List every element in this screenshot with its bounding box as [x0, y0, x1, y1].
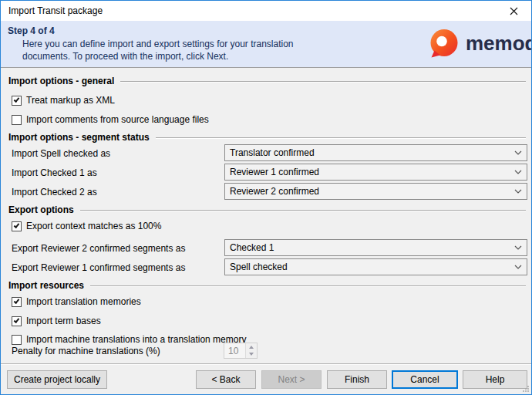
section-import-general: Import options - general [8, 76, 526, 86]
checkmark-icon [14, 222, 20, 228]
close-icon [510, 7, 518, 15]
penalty-value: 10 [224, 343, 245, 358]
combo-import-spell-checked[interactable]: Translator confirmed [224, 144, 527, 161]
section-export-options: Export options [8, 204, 526, 215]
checkmark-icon [14, 298, 20, 304]
section-title: Export options [8, 204, 80, 215]
section-title: Import resources [8, 280, 90, 291]
combo-export-reviewer1[interactable]: Spell checked [224, 258, 527, 275]
checkmark-icon [14, 96, 20, 103]
step-description: Here you can define import and export se… [22, 38, 294, 62]
wizard-header: Step 4 of 4 Here you can define import a… [1, 21, 531, 68]
spinner-buttons [245, 343, 257, 358]
bottom-divider [1, 363, 531, 365]
label-penalty-machine-translations: Penalty for machine translations (%) [12, 346, 160, 356]
checkbox-box[interactable] [12, 335, 22, 345]
section-divider [120, 81, 526, 83]
section-title: Import options - general [8, 76, 120, 86]
spinner-up-icon [246, 343, 257, 351]
combo-value: Spell checked [230, 262, 510, 272]
combo-export-reviewer2[interactable]: Checked 1 [224, 239, 527, 256]
step-description-line2: documents. To proceed with the import, c… [22, 50, 294, 62]
checkbox-label: Import comments from source language fil… [26, 114, 209, 125]
label-import-checked2: Import Checked 2 as [12, 187, 97, 198]
checkbox-label: Treat markup as XML [26, 95, 115, 106]
chevron-down-icon [510, 170, 527, 174]
checkbox-import-translation-memories[interactable]: Import translation memories [12, 296, 141, 307]
titlebar: Import Transit package [1, 1, 531, 21]
checkbox-box[interactable] [12, 221, 22, 231]
checkbox-import-comments[interactable]: Import comments from source language fil… [12, 114, 209, 125]
checkbox-import-machine-translations[interactable]: Import machine translations into a trans… [12, 334, 246, 345]
chevron-down-icon [510, 265, 527, 269]
section-divider [156, 137, 526, 139]
chevron-down-icon [510, 150, 527, 155]
checkbox-box[interactable] [12, 96, 22, 106]
combo-value: Checked 1 [230, 242, 510, 253]
section-import-resources: Import resources [8, 280, 526, 291]
resize-grip-icon[interactable] [522, 385, 530, 393]
combo-value: Reviewer 1 confirmed [230, 167, 510, 177]
combo-import-checked2[interactable]: Reviewer 2 confirmed [224, 183, 527, 200]
checkbox-box[interactable] [12, 316, 22, 326]
section-segment-status: Import options - segment status [8, 132, 526, 143]
label-import-checked1: Import Checked 1 as [12, 167, 97, 178]
chevron-down-icon [510, 245, 527, 250]
cancel-button[interactable]: Cancel [392, 370, 458, 389]
step-description-line1: Here you can define import and export se… [22, 38, 294, 50]
import-transit-package-dialog: Import Transit package Step 4 of 4 Here … [0, 0, 532, 395]
memoq-wordmark: memoq [466, 32, 532, 56]
label-export-reviewer2: Export Reviewer 2 confirmed segments as [12, 243, 185, 254]
checkmark-icon [14, 317, 20, 323]
spinner-down-icon [246, 351, 257, 359]
combo-value: Translator confirmed [230, 147, 510, 158]
next-button: Next > [261, 370, 322, 389]
checkbox-import-term-bases[interactable]: Import term bases [12, 316, 101, 326]
checkbox-label: Import term bases [26, 316, 101, 326]
checkbox-box[interactable] [12, 297, 22, 307]
label-import-spell-checked: Import Spell checked as [12, 148, 110, 159]
memoq-brand: memoq [429, 29, 532, 58]
create-project-locally-button[interactable]: Create project locally [7, 370, 107, 389]
checkbox-treat-markup-xml[interactable]: Treat markup as XML [12, 95, 115, 106]
checkbox-label: Import machine translations into a trans… [26, 334, 246, 345]
chevron-down-icon [510, 189, 527, 194]
close-button[interactable] [497, 1, 531, 21]
checkbox-box[interactable] [12, 115, 22, 125]
section-divider [90, 285, 526, 287]
finish-button[interactable]: Finish [327, 370, 387, 389]
help-button[interactable]: Help [463, 370, 527, 389]
memoq-logo-icon [429, 29, 459, 58]
checkbox-label: Export context matches as 100% [26, 221, 161, 231]
combo-value: Reviewer 2 confirmed [230, 186, 510, 197]
checkbox-label: Import translation memories [26, 296, 141, 307]
back-button[interactable]: < Back [196, 370, 256, 389]
penalty-spinner: 10 [224, 343, 258, 359]
checkbox-export-context-matches[interactable]: Export context matches as 100% [12, 221, 161, 231]
section-divider [80, 210, 526, 211]
window-title: Import Transit package [8, 5, 103, 16]
combo-import-checked1[interactable]: Reviewer 1 confirmed [224, 164, 527, 181]
label-export-reviewer1: Export Reviewer 1 confirmed segments as [12, 262, 185, 273]
step-title: Step 4 of 4 [8, 25, 55, 36]
section-title: Import options - segment status [8, 132, 156, 143]
